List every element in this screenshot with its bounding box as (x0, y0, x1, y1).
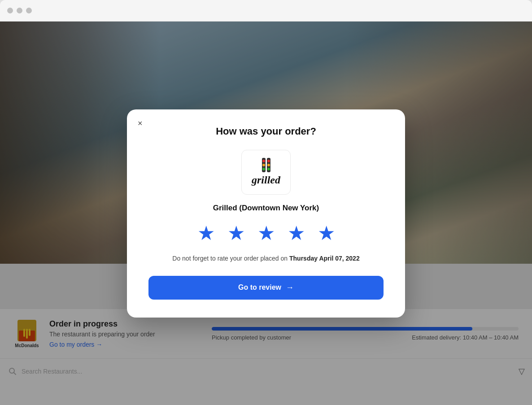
page-background: McDonalds Order in progress The restaura… (0, 22, 532, 405)
rating-modal: × How was your order? (127, 109, 405, 318)
arrow-icon: → (286, 283, 294, 292)
star-1[interactable]: ★ (197, 223, 215, 243)
star-2[interactable]: ★ (227, 223, 245, 243)
rating-date: Thursday April 07, 2022 (289, 255, 360, 262)
grilled-logo: grilled (252, 158, 280, 186)
go-to-review-button[interactable]: Go to review → (148, 276, 384, 300)
tl-pole-left (262, 158, 266, 172)
tl-light-green-2 (267, 168, 270, 170)
star-3[interactable]: ★ (257, 223, 275, 243)
grilled-text: grilled (252, 174, 280, 186)
star-5[interactable]: ★ (318, 223, 335, 243)
traffic-light-green[interactable] (26, 8, 32, 13)
rating-reminder: Do not forget to rate your order placed … (148, 254, 384, 263)
stars-row: ★ ★ ★ ★ ★ (148, 223, 384, 243)
tl-light-red (262, 160, 265, 162)
traffic-light-red[interactable] (7, 8, 13, 13)
traffic-light-yellow[interactable] (17, 8, 22, 13)
restaurant-name: Grilled (Downtown New York) (148, 204, 384, 213)
tl-pole-right (267, 158, 270, 172)
rating-reminder-prefix: Do not forget to rate your order placed … (172, 255, 289, 262)
restaurant-logo-box: grilled (241, 150, 291, 195)
tl-light-yellow (262, 164, 265, 166)
tl-light-green (262, 168, 265, 170)
tl-light-yellow-2 (267, 164, 270, 166)
modal-title: How was your order? (148, 126, 384, 137)
traffic-lights-icon (262, 158, 270, 172)
modal-backdrop: × How was your order? (0, 22, 532, 405)
modal-close-button[interactable]: × (138, 119, 143, 127)
go-to-review-label: Go to review (238, 283, 281, 292)
star-4[interactable]: ★ (288, 223, 305, 243)
browser-chrome (0, 0, 532, 22)
restaurant-logo-container: grilled (148, 150, 384, 195)
tl-light-red-2 (267, 160, 270, 162)
